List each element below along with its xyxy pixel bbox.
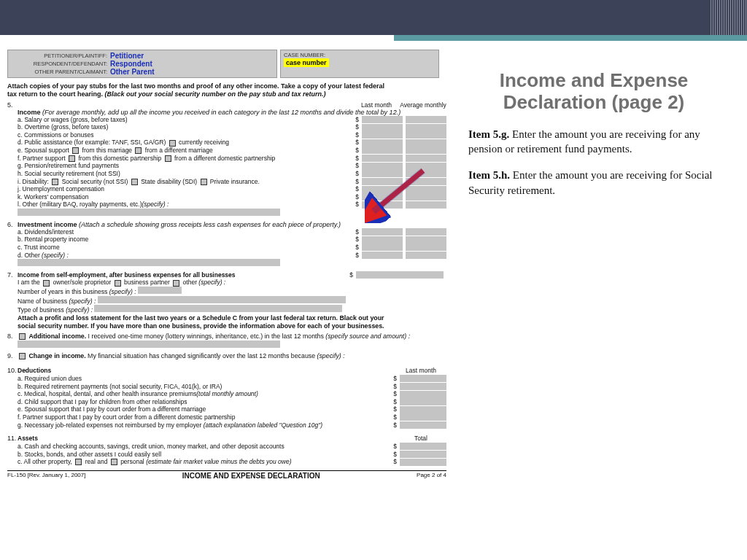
instruction-5h: Item 5.h. Enter the amount you are recei… (468, 168, 719, 198)
s5i: i. Disability: Social security (not SSI)… (18, 178, 353, 186)
s5e: e. Spousal support from this marriage fr… (18, 147, 353, 155)
sec11-num: 11. (7, 435, 18, 466)
footer-right: Page 2 of 4 (417, 472, 446, 480)
s10f: f. Partner support that I pay by court o… (18, 413, 391, 421)
respondent-label: RESPONDENT/DEFENDANT: (11, 61, 107, 67)
fill-bar (18, 259, 280, 266)
checkbox-icon[interactable] (69, 155, 75, 162)
checkbox-icon[interactable] (75, 459, 82, 465)
checkbox-icon[interactable] (19, 353, 26, 359)
s7-iam: I am the owner/sole proprietor business … (18, 279, 446, 287)
footer-left: FL-150 [Rev. January 1, 2007] (7, 472, 85, 480)
case-number-label: CASE NUMBER: (284, 52, 436, 58)
s10c: c. Medical, hospital, dental, and other … (18, 390, 391, 398)
sec10-head: Deductions (18, 367, 395, 375)
checkbox-icon[interactable] (169, 140, 176, 147)
s5b: b. Overtime (gross, before taxes) (18, 123, 353, 131)
attach-line2b: (Black out your social security number o… (105, 90, 326, 98)
sec9-body: My financial situation has changed signi… (86, 352, 317, 359)
case-number-value: case number (284, 58, 329, 67)
s11b: b. Stocks, bonds, and other assets I cou… (18, 451, 391, 459)
sec8-ital: (specify source and amount) : (325, 332, 410, 340)
s5c: c. Commissions or bonuses (18, 131, 353, 139)
s7-type: Type of business (specify) : (18, 305, 446, 314)
col-last-month: Last month (353, 101, 400, 109)
instruction-panel: Income and Expense Declaration (page 2) … (452, 41, 737, 480)
s5k: k. Workers' compensation (18, 193, 353, 201)
checkbox-icon[interactable] (52, 179, 58, 185)
s5g: g. Pension/retirement fund payments (18, 162, 353, 170)
party-box: PETITIONER/PLAINTIFF:Petitioner RESPONDE… (7, 50, 277, 78)
s5d: d. Public assistance (for example: TANF,… (18, 139, 353, 147)
sec9-ital: (specify) : (317, 352, 345, 359)
sec8-num: 8. (7, 332, 18, 349)
s10a: a. Required union dues (18, 375, 391, 383)
other-parent-label: OTHER PARENT/CLAIMANT: (11, 69, 107, 75)
sec11-head: Assets (18, 435, 395, 443)
sec8-body: I received one-time money (lottery winni… (86, 332, 325, 340)
s10b: b. Required retirement payments (not soc… (18, 383, 391, 391)
checkbox-icon[interactable] (135, 147, 142, 154)
slide-top-bar (0, 0, 747, 35)
sec6-head: Investment income (18, 221, 79, 228)
checkbox-icon[interactable] (72, 147, 79, 154)
checkbox-icon[interactable] (115, 280, 121, 287)
s7-years: Number of years in this business (specif… (18, 287, 446, 296)
sec6-head-ital: (Attach a schedule showing gross receipt… (79, 221, 341, 228)
checkbox-icon[interactable] (131, 179, 138, 185)
sec6-num: 6. (7, 221, 18, 268)
checkbox-icon[interactable] (43, 280, 50, 287)
s5l: l. Other (military BAQ, royalty payments… (18, 201, 353, 209)
checkbox-icon[interactable] (111, 459, 117, 465)
s6c: c. Trust income (18, 244, 353, 252)
instruction-5g: Item 5.g. Enter the amount you are recei… (468, 127, 719, 157)
col-avg-monthly: Average monthly (400, 101, 446, 109)
s6a: a. Dividends/interest (18, 228, 353, 236)
sec7-head: Income from self-employment, after busin… (18, 271, 236, 279)
respondent-value: Respondent (110, 60, 152, 68)
footer-title: INCOME AND EXPENSE DECLARATION (182, 472, 320, 480)
s10g: g. Necessary job-related expenses not re… (18, 421, 391, 429)
form-footer: FL-150 [Rev. January 1, 2007] INCOME AND… (7, 470, 446, 480)
attach-line2a: tax return to the court hearing. (7, 90, 105, 98)
attach-instructions: Attach copies of your pay stubs for the … (7, 82, 446, 98)
sec9-head: Change in income. (28, 352, 85, 359)
s10d: d. Child support that I pay for children… (18, 398, 391, 406)
checkbox-icon[interactable] (173, 280, 179, 287)
attach-line1: Attach copies of your pay stubs for the … (7, 82, 384, 90)
s6d: d. Other (specify) : (18, 252, 353, 260)
s10e: e. Spousal support that I pay by court o… (18, 405, 391, 413)
s5f: f. Partner support from this domestic pa… (18, 155, 353, 163)
sec5-head-ital: (For average monthly, add up all the inc… (42, 109, 400, 116)
svg-line-1 (374, 171, 423, 211)
page-title: Income and Expense Declaration (page 2) (468, 70, 719, 114)
s7-name: Name of business (specify) : (18, 296, 446, 306)
case-number-box: CASE NUMBER: case number (280, 50, 439, 78)
callout-arrow-icon (365, 165, 430, 223)
fill-bar (18, 209, 280, 216)
sec9-num: 9. (7, 352, 18, 359)
sec10-num: 10. (7, 367, 18, 429)
sec10-col: Last month (395, 367, 446, 375)
s11c: c. All other property, real and personal… (18, 458, 391, 466)
sec8-head: Additional income. (28, 332, 86, 340)
checkbox-icon[interactable] (19, 333, 26, 340)
slide-accent-strip (394, 35, 747, 41)
sec11-col: Total (395, 435, 446, 443)
s5h: h. Social security retirement (not SSI) (18, 170, 353, 178)
s5a: a. Salary or wages (gross, before taxes) (18, 116, 353, 124)
checkbox-icon[interactable] (165, 155, 171, 162)
petitioner-value: Petitioner (110, 52, 144, 60)
s7-att2: social security number. If you have more… (18, 322, 384, 330)
other-parent-value: Other Parent (110, 68, 155, 76)
s5j: j. Unemployment compensation (18, 185, 353, 193)
sec7-num: 7. (7, 271, 18, 330)
sec5-num: 5. (7, 101, 18, 218)
s6b: b. Rental property income (18, 236, 353, 244)
form-scan: PETITIONER/PLAINTIFF:Petitioner RESPONDE… (0, 41, 452, 480)
petitioner-label: PETITIONER/PLAINTIFF: (11, 52, 107, 59)
checkbox-icon[interactable] (201, 179, 207, 185)
s11a: a. Cash and checking accounts, savings, … (18, 443, 391, 451)
s7-att1: Attach a profit and loss statement for t… (18, 314, 384, 322)
sec5-head: Income (18, 109, 42, 116)
